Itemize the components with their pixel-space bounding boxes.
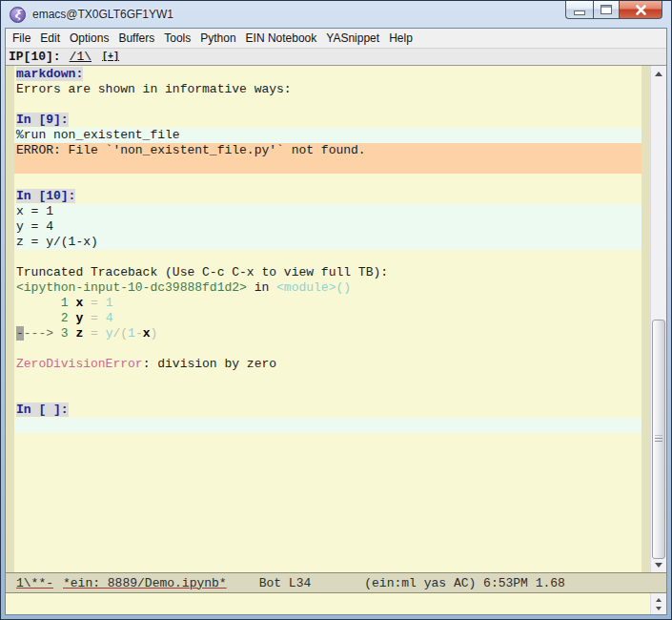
menu-bar: FileEditOptionsBuffersToolsPythonEIN Not… bbox=[6, 29, 666, 49]
buffer-text-segment: <module>() bbox=[276, 280, 351, 295]
menu-item-python[interactable]: Python bbox=[195, 30, 240, 47]
buffer-text-segment: 4 bbox=[106, 311, 113, 325]
header-prompt: IP[10]: bbox=[9, 50, 61, 64]
menu-item-ein-notebook[interactable]: EIN Notebook bbox=[241, 30, 322, 47]
buffer-text-segment: 2 bbox=[61, 311, 69, 325]
buffer-text-segment: y = 4 bbox=[16, 219, 53, 234]
buffer-line[interactable] bbox=[14, 97, 641, 113]
buffer-line[interactable] bbox=[14, 418, 641, 433]
buffer-line[interactable]: ZeroDivisionError: division by zero bbox=[14, 357, 641, 372]
buffer-text-segment: - bbox=[135, 326, 143, 341]
buffer-line[interactable]: 2 y = 4 bbox=[14, 311, 641, 326]
buffer-text[interactable]: markdown:Errors are shown in informative… bbox=[14, 66, 641, 572]
right-fringe bbox=[641, 66, 650, 572]
arrow-up-icon bbox=[656, 598, 662, 602]
notebook-header-line: IP[10]: /1\ [+] bbox=[6, 49, 666, 66]
echo-area[interactable] bbox=[6, 593, 650, 614]
menu-item-options[interactable]: Options bbox=[65, 30, 113, 47]
buffer-line[interactable]: ERROR: File `'non_existent_file.py'` not… bbox=[14, 143, 641, 158]
menu-item-edit[interactable]: Edit bbox=[35, 30, 65, 47]
buffer-text-segment: x bbox=[143, 326, 151, 341]
buffer-line[interactable] bbox=[14, 372, 641, 387]
arrow-up-icon bbox=[655, 72, 662, 76]
buffer-line[interactable]: ----> 3 z = y/(1-x) bbox=[14, 326, 641, 341]
new-tab-button[interactable]: [+] bbox=[102, 52, 119, 62]
frame: FileEditOptionsBuffersToolsPythonEIN Not… bbox=[5, 28, 667, 615]
emacs-window: ξ emacs@TX0GLT6GF1YW1 FileEditOptionsBuf… bbox=[0, 0, 672, 620]
buffer-text-segment: z = y/(1-x) bbox=[16, 235, 98, 249]
modeline-position: Bot L34 bbox=[259, 576, 312, 590]
buffer-text-segment: Errors are shown in informative ways: bbox=[16, 82, 292, 96]
close-button[interactable] bbox=[620, 1, 662, 19]
scrollbar-track[interactable] bbox=[651, 81, 666, 557]
buffer-line[interactable] bbox=[14, 250, 641, 265]
minibuffer-scroll-down-button[interactable] bbox=[651, 604, 666, 612]
buffer-line[interactable] bbox=[14, 158, 641, 174]
buffer-line[interactable] bbox=[14, 387, 641, 403]
buffer-line[interactable]: x = 1 bbox=[14, 204, 641, 219]
buffer-text-segment: In [ ]: bbox=[16, 403, 69, 417]
maximize-icon bbox=[601, 5, 612, 14]
arrow-down-icon bbox=[656, 607, 662, 610]
buffer-text-segment: %run non_existent_file bbox=[16, 128, 180, 142]
modeline-buffer-name: *ein: 8889/Demo.ipynb* bbox=[63, 576, 227, 590]
buffer-text-segment: <ipython-input-10-dc39888fd1d2> bbox=[16, 280, 247, 295]
scrollbar-down-button[interactable] bbox=[651, 557, 666, 572]
buffer-line[interactable]: Errors are shown in informative ways: bbox=[14, 82, 641, 97]
buffer-text-segment: 1 bbox=[106, 296, 113, 310]
buffer-line[interactable]: In [9]: bbox=[14, 113, 641, 128]
buffer-line[interactable]: Truncated Traceback (Use C-c C-x to view… bbox=[14, 265, 641, 280]
buffer-text-segment: 3 bbox=[61, 326, 69, 341]
buffer-text-segment: x = 1 bbox=[16, 204, 53, 218]
menu-item-help[interactable]: Help bbox=[384, 30, 417, 47]
buffer-text-segment: : division by zero bbox=[143, 357, 276, 371]
scrollbar-thumb[interactable] bbox=[652, 320, 665, 560]
buffer-text-segment: = bbox=[83, 311, 105, 325]
minibuffer-scroll-up-button[interactable] bbox=[651, 595, 666, 604]
buffer-text-segment: markdown: bbox=[16, 67, 83, 81]
buffer-text-segment: = bbox=[83, 296, 105, 310]
buffer-text-segment: in bbox=[247, 280, 276, 295]
buffer-text-segment bbox=[16, 296, 61, 310]
buffer-text-segment: 1 bbox=[128, 326, 135, 341]
menu-item-tools[interactable]: Tools bbox=[159, 30, 195, 47]
window-title: emacs@TX0GLT6GF1YW1 bbox=[32, 8, 173, 21]
notebook-tab[interactable]: /1\ bbox=[70, 50, 92, 64]
maximize-button[interactable] bbox=[593, 1, 620, 19]
modeline-modes-time: (ein:ml yas AC) 6:53PM 1.68 bbox=[364, 576, 565, 590]
buffer-text-segment: In [9]: bbox=[16, 113, 69, 127]
echo-row bbox=[6, 593, 666, 614]
window-controls bbox=[565, 1, 662, 19]
menu-item-yasnippet[interactable]: YASnippet bbox=[321, 30, 384, 47]
buffer-text-segment: ERROR: File `'non_existent_file.py'` not… bbox=[16, 143, 366, 157]
modeline-flags: 1\**- bbox=[16, 576, 53, 590]
buffer-line[interactable] bbox=[14, 341, 641, 357]
vertical-scrollbar[interactable] bbox=[650, 66, 666, 572]
buffer-line[interactable]: %run non_existent_file bbox=[14, 128, 641, 143]
menu-item-buffers[interactable]: Buffers bbox=[113, 30, 159, 47]
close-icon bbox=[635, 4, 647, 16]
buffer-text-segment: - bbox=[16, 326, 24, 341]
buffer-line[interactable]: In [ ]: bbox=[14, 403, 641, 418]
buffer-text-segment: ---> bbox=[24, 326, 61, 341]
buffer-line[interactable] bbox=[14, 174, 641, 189]
buffer-text-segment: = bbox=[83, 326, 105, 341]
menu-item-file[interactable]: File bbox=[8, 30, 35, 47]
buffer-line[interactable]: <ipython-input-10-dc39888fd1d2> in <modu… bbox=[14, 280, 641, 296]
scrollbar-grip-icon bbox=[655, 436, 662, 443]
mode-line[interactable]: 1\**- *ein: 8889/Demo.ipynb* Bot L34 (ei… bbox=[6, 572, 666, 593]
buffer-line[interactable]: y = 4 bbox=[14, 219, 641, 235]
buffer-line[interactable]: markdown: bbox=[14, 67, 641, 82]
buffer-text-segment bbox=[16, 311, 61, 325]
emacs-logo-icon: ξ bbox=[10, 7, 26, 23]
arrow-down-icon bbox=[655, 563, 662, 568]
buffer-line[interactable]: 1 x = 1 bbox=[14, 296, 641, 311]
scrollbar-up-button[interactable] bbox=[651, 66, 666, 81]
buffer-line[interactable]: z = y/(1-x) bbox=[14, 235, 641, 250]
buffer-text-segment: ) bbox=[151, 326, 158, 341]
buffer-text-segment: /( bbox=[112, 326, 128, 341]
buffer-line[interactable]: In [10]: bbox=[14, 189, 641, 204]
minibuffer-scrollbar[interactable] bbox=[650, 593, 666, 614]
minimize-button[interactable] bbox=[565, 1, 593, 19]
buffer-text-segment: In [10]: bbox=[16, 189, 75, 203]
